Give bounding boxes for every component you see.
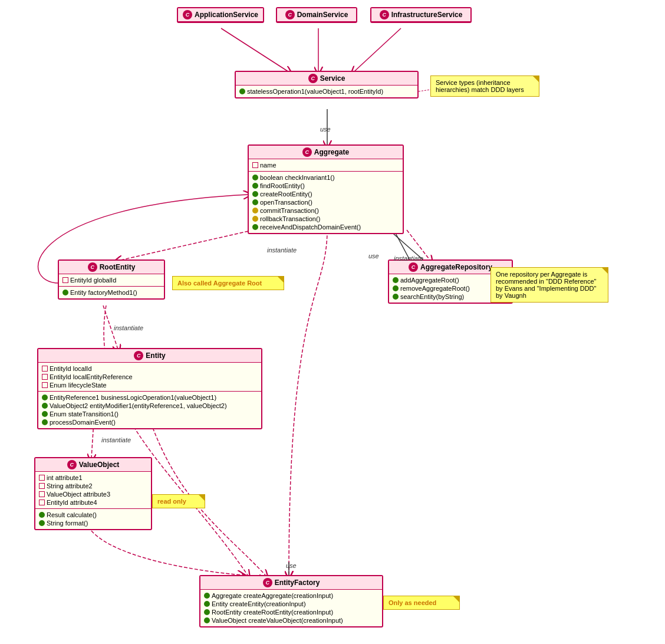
value-object-attrs: int attribute1 String attribute2 ValueOb…: [35, 472, 151, 509]
read-only-note: read only: [152, 494, 205, 508]
entity-name: Entity: [146, 351, 165, 360]
method-icon: [252, 199, 258, 205]
application-service-name: ApplicationService: [195, 11, 258, 19]
service-name: Service: [320, 74, 345, 83]
instantiate-label-4: instantiate: [101, 436, 131, 443]
domain-service-header: C DomainService: [277, 8, 356, 22]
service-class: C Service statelessOperation1(valueObjec…: [235, 71, 419, 98]
application-service-header: C ApplicationService: [178, 8, 263, 22]
attr-row: EntityId attribute4: [39, 498, 147, 507]
aggregate-root-note: Also called Aggregate Root: [172, 276, 284, 290]
aggregate-root-note-text: Also called Aggregate Root: [177, 280, 262, 287]
root-entity-methods: Entity factoryMethod1(): [59, 287, 164, 298]
method-row: commitTransaction(): [252, 206, 399, 215]
method-icon-yellow: [252, 208, 258, 213]
instantiate-label-2: instantiate: [394, 255, 423, 262]
attr-icon: [62, 277, 68, 283]
method-icon: [252, 191, 258, 197]
method-row: findRootEntity(): [252, 182, 399, 190]
class-icon-ef: C: [263, 578, 272, 587]
method-row: openTransaction(): [252, 198, 399, 206]
application-service-class: C ApplicationService: [177, 7, 264, 23]
aggregate-header: C Aggregate: [249, 146, 403, 159]
instantiate-label-3: instantiate: [114, 324, 143, 331]
method-icon: [39, 512, 45, 518]
method-row: Enum stateTransition1(): [42, 410, 258, 418]
instantiate-label-1: instantiate: [267, 247, 297, 254]
use-label-2: use: [368, 252, 379, 259]
method-row: receiveAndDispatchDomainEvent(): [252, 223, 399, 231]
method-row: processDomainEvent(): [42, 418, 258, 426]
method-row: Result calculate(): [39, 511, 147, 519]
root-entity-header: C RootEntity: [59, 261, 164, 274]
entity-factory-header: C EntityFactory: [200, 576, 382, 590]
svg-line-0: [221, 28, 289, 72]
method-icon: [62, 290, 68, 295]
method-row: Entity factoryMethod1(): [62, 288, 160, 297]
method-row: statelessOperation1(valueObject1, rootEn…: [239, 87, 414, 96]
attr-row: EntityId globalId: [62, 276, 160, 284]
method-icon: [42, 403, 48, 409]
attr-icon: [42, 374, 48, 380]
method-icon: [42, 419, 48, 425]
method-row: boolean checkInvariant1(): [252, 173, 399, 182]
class-icon-re: C: [88, 262, 97, 272]
method-icon: [204, 593, 210, 599]
method-row: EntityReference1 businessLogicOperation1…: [42, 393, 258, 402]
entity-factory-methods: Aggregate createAggregate(creationInput)…: [200, 590, 382, 626]
class-icon-ds: C: [285, 10, 295, 19]
method-row: Entity createEntity(creationInput): [204, 600, 378, 608]
use-label-3: use: [286, 562, 297, 569]
aggregate-attrs: name: [249, 159, 403, 172]
method-row: ValueObject2 entityModifier1(entityRefer…: [42, 402, 258, 410]
service-header: C Service: [236, 72, 417, 86]
root-entity-attrs: EntityId globalId: [59, 274, 164, 287]
method-row: createRootEntity(): [252, 190, 399, 198]
service-note-text: Service types (inheritance hierarchies) …: [436, 79, 524, 93]
root-entity-class: C RootEntity EntityId globalId Entity fa…: [58, 259, 165, 300]
svg-line-3: [419, 90, 430, 91]
attr-icon: [39, 475, 45, 481]
attr-row: EntityId localEntityReference: [42, 373, 258, 381]
method-icon: [39, 520, 45, 526]
class-icon-is: C: [380, 10, 389, 19]
root-entity-name: RootEntity: [100, 263, 136, 271]
infrastructure-service-header: C InfrastructureService: [371, 8, 470, 22]
repository-note-text: One repository per Aggregate is recommen…: [496, 271, 596, 299]
method-icon: [204, 617, 210, 623]
aggregate-repository-name: AggregateRepository: [420, 263, 492, 271]
method-row: ValueObject createValueObject(creationIn…: [204, 616, 378, 625]
service-note: Service types (inheritance hierarchies) …: [430, 75, 539, 97]
aggregate-methods: boolean checkInvariant1() findRootEntity…: [249, 172, 403, 233]
attr-row: int attribute1: [39, 474, 147, 482]
attr-row: name: [252, 161, 399, 169]
class-icon: C: [183, 10, 192, 19]
domain-service-class: C DomainService: [276, 7, 357, 23]
class-icon-vo: C: [67, 460, 77, 469]
method-icon: [252, 183, 258, 189]
method-row: RootEntity createRootEntity(creationInpu…: [204, 608, 378, 616]
value-object-name: ValueObject: [79, 461, 120, 469]
entity-attrs: EntityId localId EntityId localEntityRef…: [38, 363, 261, 392]
infrastructure-service-class: C InfrastructureService: [370, 7, 472, 23]
attr-icon: [42, 366, 48, 372]
read-only-note-text: read only: [157, 498, 186, 505]
use-label-1: use: [320, 126, 331, 133]
infrastructure-service-name: InfrastructureService: [391, 11, 463, 19]
class-icon-a: C: [302, 147, 312, 157]
attr-row: ValueObject attribute3: [39, 490, 147, 498]
svg-line-5: [118, 230, 254, 261]
method-icon: [393, 277, 399, 283]
attr-row: String attribute2: [39, 482, 147, 490]
attr-icon: [42, 382, 48, 388]
method-icon: [204, 601, 210, 607]
value-object-methods: Result calculate() String format(): [35, 509, 151, 529]
value-object-header: C ValueObject: [35, 458, 151, 472]
method-row: Aggregate createAggregate(creationInput): [204, 592, 378, 600]
class-icon-e: C: [134, 351, 143, 360]
method-row: rollbackTransaction(): [252, 215, 399, 223]
method-icon: [239, 88, 245, 94]
svg-line-2: [354, 28, 401, 72]
aggregate-name: Aggregate: [314, 148, 349, 156]
method-icon: [393, 294, 399, 300]
